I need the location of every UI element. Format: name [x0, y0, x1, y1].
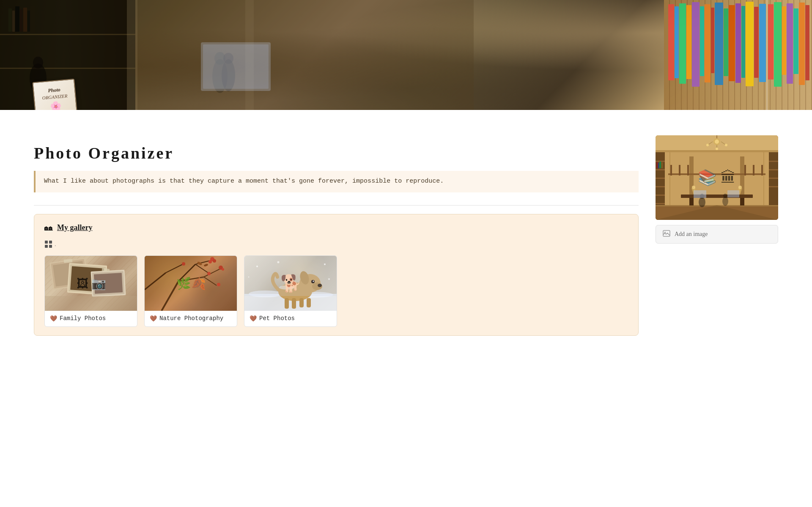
svg-rect-34 — [135, 0, 474, 110]
svg-rect-47 — [49, 241, 52, 244]
photo-card-nature[interactable]: 🤎 Nature Photography — [144, 255, 237, 327]
svg-rect-25 — [0, 34, 135, 35]
svg-rect-120 — [658, 163, 659, 168]
add-image-label: Add an image — [675, 231, 708, 238]
photo-grid: 🤎 Family Photos — [44, 255, 628, 327]
svg-rect-132 — [689, 198, 694, 206]
svg-point-139 — [715, 140, 719, 144]
pet-photos-label: 🤎 Pet Photos — [244, 311, 337, 326]
divider — [34, 205, 639, 206]
add-image-button[interactable]: Add an image — [656, 225, 778, 244]
grid-icon — [44, 240, 53, 249]
hero-scene-svg — [0, 0, 812, 110]
svg-rect-26 — [0, 68, 135, 69]
svg-rect-55 — [70, 266, 104, 292]
svg-rect-114 — [656, 169, 665, 170]
svg-rect-152 — [753, 165, 754, 175]
svg-rect-122 — [661, 162, 663, 168]
pet-photos-text: Pet Photos — [259, 315, 295, 322]
pet-heart-icon: 🤎 — [250, 315, 257, 322]
svg-rect-131 — [681, 195, 753, 198]
svg-rect-32 — [27, 11, 30, 32]
quote-text: What I like about photographs is that th… — [44, 177, 630, 186]
svg-point-99 — [277, 261, 280, 263]
grid-view-toggle[interactable]: . — [44, 240, 56, 249]
svg-rect-159 — [727, 190, 739, 197]
logo-book: Photo ORGANIZER 🌸 — [32, 79, 77, 110]
quote-block: What I like about photographs is that th… — [34, 171, 639, 192]
gallery-header: 🏘 My gallery — [44, 223, 628, 233]
svg-rect-149 — [679, 165, 680, 175]
gallery-section: 🏘 My gallery . — [34, 214, 639, 336]
nature-photography-label: 🤎 Nature Photography — [145, 311, 237, 326]
svg-rect-44 — [203, 44, 269, 89]
svg-rect-95 — [307, 298, 311, 307]
svg-rect-94 — [299, 298, 304, 307]
svg-point-102 — [328, 278, 330, 280]
svg-rect-58 — [94, 273, 123, 293]
svg-rect-81 — [145, 256, 237, 311]
logo-organizer-text: ORGANIZER — [42, 93, 68, 100]
svg-rect-124 — [769, 161, 778, 162]
svg-rect-29 — [15, 6, 19, 32]
svg-rect-126 — [769, 178, 778, 179]
svg-rect-49 — [49, 245, 52, 248]
svg-rect-28 — [12, 11, 15, 32]
hero-banner: Photo ORGANIZER 🌸 🌿 — [0, 0, 812, 110]
library-image — [656, 135, 778, 220]
photo-card-pets[interactable]: 🤎 Pet Photos — [244, 255, 337, 327]
svg-line-64 — [178, 277, 204, 281]
svg-rect-97 — [244, 256, 337, 296]
nature-heart-icon: 🤎 — [150, 315, 157, 322]
svg-rect-93 — [292, 298, 296, 309]
svg-rect-92 — [285, 298, 289, 309]
svg-point-38 — [33, 57, 43, 69]
svg-rect-147 — [668, 173, 765, 175]
svg-rect-115 — [656, 178, 665, 179]
svg-point-142 — [706, 144, 709, 146]
svg-point-100 — [324, 263, 326, 265]
svg-rect-116 — [656, 186, 665, 187]
svg-rect-148 — [670, 165, 672, 175]
svg-rect-125 — [769, 169, 778, 170]
family-photos-text: Family Photos — [60, 315, 106, 322]
svg-point-146 — [716, 148, 718, 150]
nature-photography-text: Nature Photography — [159, 315, 223, 322]
family-heart-icon: 🤎 — [50, 315, 57, 322]
svg-rect-158 — [694, 190, 706, 198]
svg-rect-119 — [656, 162, 658, 168]
svg-point-144 — [725, 144, 727, 146]
svg-rect-61 — [45, 296, 137, 311]
right-panel: Add an image — [656, 135, 778, 336]
svg-rect-151 — [744, 165, 746, 175]
svg-rect-27 — [8, 8, 12, 32]
svg-rect-35 — [127, 0, 137, 110]
gallery-icon: 🏘 — [44, 223, 53, 233]
family-thumb-svg — [45, 256, 137, 311]
svg-point-98 — [256, 266, 258, 267]
svg-rect-105 — [656, 150, 778, 152]
svg-rect-45 — [664, 0, 812, 110]
pet-thumb-svg — [244, 256, 337, 311]
logo-flower-icon: 🌸 — [49, 100, 62, 110]
left-panel: Photo Organizer What I like about photog… — [34, 135, 639, 336]
logo-photo-text: Photo — [48, 86, 61, 94]
photo-card-family[interactable]: 🤎 Family Photos — [44, 255, 137, 327]
library-visual — [656, 135, 778, 220]
svg-rect-153 — [761, 165, 763, 175]
image-placeholder-icon — [663, 230, 670, 239]
grid-dot: . — [55, 240, 56, 249]
svg-rect-31 — [23, 8, 27, 32]
svg-rect-118 — [656, 203, 665, 204]
svg-point-156 — [722, 197, 728, 206]
svg-rect-46 — [45, 241, 48, 244]
svg-rect-33 — [30, 6, 35, 33]
logo-area: Photo ORGANIZER 🌸 🌿 — [34, 80, 85, 110]
pet-photos-thumbnail — [244, 256, 337, 311]
add-image-icon-svg — [663, 230, 670, 237]
svg-point-157 — [723, 194, 727, 198]
gallery-title[interactable]: My gallery — [57, 223, 92, 232]
svg-point-101 — [248, 276, 250, 277]
page-title: Photo Organizer — [34, 144, 639, 162]
svg-rect-133 — [740, 198, 744, 206]
